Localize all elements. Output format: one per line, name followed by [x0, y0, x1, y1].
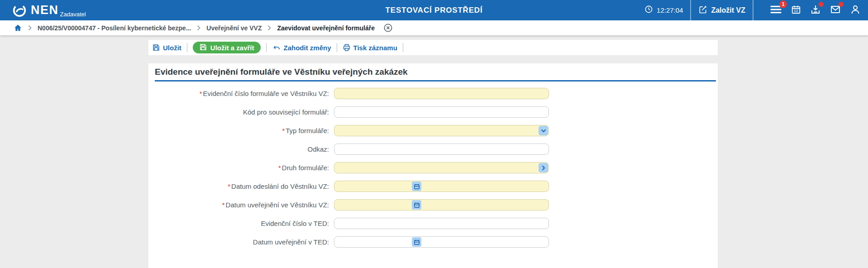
field-label-text: Evidenční číslo formuláře ve Věstníku VZ… [203, 90, 329, 97]
form-row-evidencni-cislo-formulare-vvz: *Evidenční číslo formuláře ve Věstníku V… [155, 84, 718, 103]
field-input-evidencni-cislo-formulare-vvz[interactable] [334, 88, 549, 99]
field-label-datum-uverejneni-ted: Datum uveřejnění v TED: [155, 238, 329, 246]
required-asterisk: * [282, 127, 285, 134]
field-wrap-evidencni-cislo-formulare-vvz [334, 88, 549, 99]
breadcrumb: N006/25/V00004747 - Posílení kybernetick… [0, 20, 868, 35]
profile-button[interactable] [850, 4, 861, 17]
field-input-evidencni-cislo-ted[interactable] [334, 218, 549, 229]
toolbar-divider [337, 43, 337, 52]
field-input-odkaz[interactable] [334, 144, 549, 155]
home-icon[interactable] [14, 24, 22, 32]
form-row-datum-uverejneni-vvz: *Datum uveřejnění ve Věstníku VZ: [155, 196, 718, 214]
field-input-druh-formulare[interactable] [334, 162, 549, 173]
chevron-right-icon [540, 164, 547, 172]
field-label-text: Kód pro související formulář: [243, 108, 329, 116]
calendar-icon [413, 201, 420, 209]
typ-formulare-dropdown-button[interactable] [539, 126, 548, 135]
form-card: Evidence uveřejnění formuláře ve Věstník… [148, 63, 718, 268]
calendar-button[interactable] [791, 5, 801, 16]
clock-group: 12:27:04 [644, 5, 683, 15]
form-toolbar: Uložit Uložit a zavřít Zahodit změny Tis… [148, 40, 718, 55]
breadcrumb-item-uverejneni-vvz[interactable]: Uveřejnění ve VVZ [206, 24, 262, 32]
toolbar-divider [403, 43, 403, 52]
field-label-typ-formulare: *Typ formuláře: [155, 127, 329, 134]
field-input-kod-pro-souvisejici-formular[interactable] [334, 106, 549, 118]
chevron-down-icon [540, 127, 547, 134]
field-wrap-typ-formulare [334, 125, 549, 136]
save-close-icon [199, 43, 207, 53]
create-vz-button[interactable]: Založit VZ [698, 5, 745, 16]
breadcrumb-item-procurement[interactable]: N006/25/V00004747 - Posílení kybernetick… [38, 24, 191, 32]
required-asterisk: * [200, 90, 202, 97]
calendar-icon [791, 5, 801, 16]
person-icon [850, 4, 861, 17]
save-button[interactable]: Uložit [152, 43, 181, 52]
field-label-text: Evidenční číslo v TED: [261, 220, 329, 227]
save-and-close-button[interactable]: Uložit a zavřít [193, 42, 261, 53]
form-row-datum-odeslani-vvz: *Datum odeslání do Věstníku VZ: [155, 177, 718, 196]
field-label-text: Typ formuláře: [286, 127, 329, 134]
downloads-badge-dot [819, 2, 824, 7]
environment-title: TESTOVACÍ PROSTŘEDÍ [386, 6, 483, 15]
field-wrap-datum-uverejneni-vvz [334, 199, 549, 211]
form-fields: *Evidenční číslo formuláře ve Věstníku V… [155, 84, 718, 251]
print-record-button[interactable]: Tisk záznamu [343, 43, 397, 52]
close-tab-icon[interactable] [383, 23, 393, 33]
brand-name: NEN [31, 4, 59, 16]
field-wrap-druh-formulare [334, 162, 549, 173]
messages-button[interactable] [830, 4, 841, 17]
undo-icon [272, 43, 281, 52]
clock-icon [644, 5, 653, 15]
druh-formulare-picker-button[interactable] [539, 163, 548, 172]
required-asterisk: * [278, 164, 281, 172]
discard-changes-button[interactable]: Zahodit změny [272, 43, 331, 52]
field-label-odkaz: Odkaz: [155, 145, 329, 153]
clock-time: 12:27:04 [657, 6, 683, 14]
field-label-druh-formulare: *Druh formuláře: [155, 164, 329, 172]
form-row-odkaz: Odkaz: [155, 140, 718, 158]
chevron-right-icon [197, 25, 200, 31]
brand-role: Zadavatel [60, 11, 86, 18]
calendar-icon [413, 183, 420, 190]
datum-odeslani-vvz-calendar-button[interactable] [412, 182, 421, 191]
edit-icon [698, 5, 707, 16]
toolbar-divider [266, 43, 267, 52]
nen-logo[interactable]: NEN Zadavatel [12, 3, 86, 18]
field-wrap-datum-odeslani-vvz [334, 181, 549, 192]
breadcrumb-item-current: Zaevidovat uveřejnění formuláře [277, 24, 375, 32]
nen-logo-icon [12, 3, 27, 18]
downloads-button[interactable] [810, 4, 821, 17]
field-input-datum-uverejneni-ted[interactable] [334, 236, 549, 248]
save-label: Uložit [163, 44, 181, 52]
field-input-datum-odeslani-vvz[interactable] [334, 181, 549, 192]
field-label-evidencni-cislo-formulare-vvz: *Evidenční číslo formuláře ve Věstníku V… [155, 90, 329, 97]
create-vz-label: Založit VZ [711, 6, 745, 14]
toolbar-divider [187, 43, 187, 52]
form-row-datum-uverejneni-ted: Datum uveřejnění v TED: [155, 233, 718, 251]
page-title: Evidence uveřejnění formuláře ve Věstník… [155, 67, 718, 77]
field-input-typ-formulare[interactable] [334, 125, 549, 136]
print-record-label: Tisk záznamu [353, 44, 397, 52]
field-input-datum-uverejneni-vvz[interactable] [334, 199, 549, 211]
form-row-druh-formulare: *Druh formuláře: [155, 158, 718, 177]
field-label-text: Datum odeslání do Věstníku VZ: [231, 182, 329, 190]
save-and-close-label: Uložit a zavřít [210, 44, 254, 52]
required-asterisk: * [222, 201, 225, 209]
field-label-text: Datum uveřejnění v TED: [253, 238, 329, 246]
field-wrap-datum-uverejneni-ted [334, 236, 549, 248]
datum-uverejneni-vvz-calendar-button[interactable] [412, 200, 421, 210]
field-label-text: Odkaz: [307, 145, 329, 153]
field-wrap-odkaz [334, 144, 549, 155]
form-row-kod-pro-souvisejici-formular: Kód pro související formulář: [155, 103, 718, 121]
menu-badge: 1 [779, 0, 787, 8]
form-row-typ-formulare: *Typ formuláře: [155, 121, 718, 140]
field-label-kod-pro-souvisejici-formular: Kód pro související formulář: [155, 108, 329, 116]
field-label-evidencni-cislo-ted: Evidenční číslo v TED: [155, 220, 329, 227]
required-asterisk: * [228, 182, 230, 190]
header-right: 12:27:04 Založit VZ 1 [644, 0, 861, 20]
field-label-text: Datum uveřejnění ve Věstníku VZ: [226, 201, 329, 209]
title-underline [155, 80, 716, 81]
chevron-right-icon [267, 25, 271, 31]
menu-button[interactable]: 1 [770, 5, 782, 16]
datum-uverejneni-ted-calendar-button[interactable] [412, 237, 421, 247]
